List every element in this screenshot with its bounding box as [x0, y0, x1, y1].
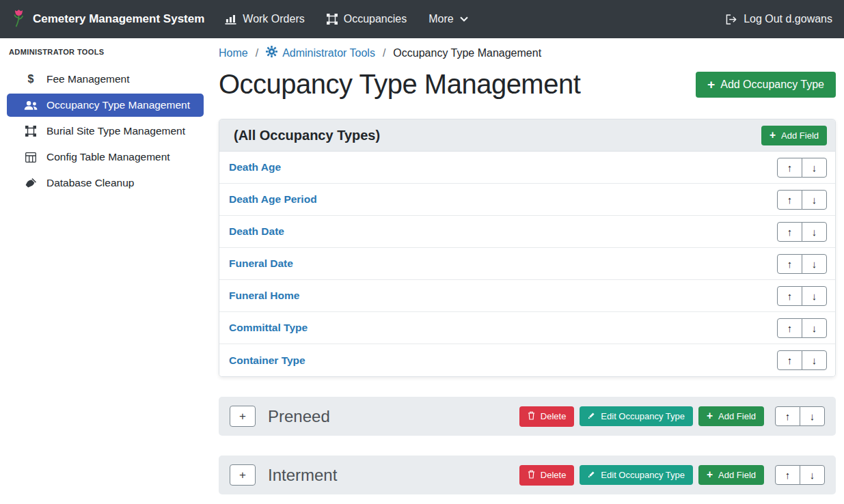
- occupancy-type-title: Preneed: [268, 407, 330, 426]
- sidebar-item-database-cleanup[interactable]: Database Cleanup: [7, 171, 204, 195]
- field-link[interactable]: Funeral Home: [229, 290, 299, 302]
- field-link[interactable]: Death Date: [229, 225, 284, 238]
- move-down-button[interactable]: ↓: [802, 158, 827, 178]
- users-icon: [24, 100, 38, 111]
- move-down-button[interactable]: ↓: [800, 406, 825, 426]
- gear-icon: [266, 46, 277, 60]
- title-row: Occupancy Type Management + Add Occupanc…: [219, 69, 836, 100]
- pencil-icon: [588, 411, 595, 421]
- all-occupancy-types-header: (All Occupancy Types) + Add Field: [219, 120, 835, 152]
- field-row: Death Date ↑ ↓: [219, 216, 835, 248]
- edit-occupancy-type-button[interactable]: Edit Occupancy Type: [580, 465, 693, 485]
- dollar-icon: $: [24, 73, 38, 85]
- work-orders-icon: [225, 14, 236, 25]
- move-down-button[interactable]: ↓: [802, 190, 827, 210]
- move-up-button[interactable]: ↑: [777, 190, 802, 210]
- app-title: Cemetery Management System: [33, 12, 204, 26]
- chevron-down-icon: [460, 16, 468, 22]
- pencil-icon: [588, 470, 595, 480]
- app-brand[interactable]: Cemetery Management System: [12, 9, 204, 30]
- sidebar-item-label: Fee Management: [46, 73, 130, 85]
- sidebar-item-label: Occupancy Type Management: [46, 99, 190, 111]
- edit-occupancy-type-button[interactable]: Edit Occupancy Type: [580, 406, 693, 426]
- move-up-button[interactable]: ↑: [777, 254, 802, 274]
- sidebar: Administrator Tools $ Fee Management Occ…: [0, 38, 210, 504]
- move-down-button[interactable]: ↓: [802, 222, 827, 242]
- table-icon: [24, 152, 38, 163]
- broom-icon: [24, 178, 38, 188]
- plus-icon: +: [707, 470, 713, 479]
- breadcrumb-separator: /: [383, 47, 385, 59]
- delete-button[interactable]: Delete: [519, 406, 575, 427]
- move-up-button[interactable]: ↑: [777, 222, 802, 242]
- frame-icon: [24, 126, 38, 137]
- move-up-button[interactable]: ↑: [777, 318, 802, 338]
- reorder-controls: ↑ ↓: [775, 406, 825, 426]
- occupancy-type-section-preneed: + Preneed Delete Edit Occupancy Type: [219, 397, 836, 436]
- move-down-button[interactable]: ↓: [802, 350, 827, 370]
- sidebar-item-burial-site-type-management[interactable]: Burial Site Type Management: [7, 120, 204, 143]
- nav-work-orders[interactable]: Work Orders: [225, 13, 304, 25]
- field-link[interactable]: Committal Type: [229, 322, 308, 334]
- add-field-button[interactable]: + Add Field: [698, 406, 764, 426]
- field-row: Funeral Date ↑ ↓: [219, 248, 835, 280]
- field-row: Funeral Home ↑ ↓: [219, 280, 835, 312]
- delete-label: Delete: [541, 470, 567, 480]
- plus-icon: +: [770, 130, 776, 140]
- field-link[interactable]: Death Age Period: [229, 193, 317, 206]
- sidebar-item-fee-management[interactable]: $ Fee Management: [7, 68, 204, 91]
- field-row: Container Type ↑ ↓: [219, 344, 835, 376]
- logout-label: Log Out d.gowans: [744, 13, 832, 25]
- trash-icon: [528, 411, 535, 422]
- sidebar-item-occupancy-type-management[interactable]: Occupancy Type Management: [7, 94, 204, 117]
- sidebar-item-label: Config Table Management: [46, 151, 170, 163]
- reorder-controls: ↑ ↓: [777, 286, 827, 306]
- breadcrumb: Home / Administrator Tools / Occupancy T…: [219, 38, 836, 60]
- field-link[interactable]: Container Type: [229, 354, 305, 367]
- edit-occupancy-type-label: Edit Occupancy Type: [601, 470, 685, 480]
- field-row: Death Age Period ↑ ↓: [219, 184, 835, 216]
- nav-occupancies-label: Occupancies: [344, 13, 407, 25]
- breadcrumb-separator: /: [256, 47, 258, 59]
- move-up-button[interactable]: ↑: [777, 158, 802, 178]
- section-actions: Delete Edit Occupancy Type + Add Field ↑…: [519, 465, 825, 486]
- add-occupancy-type-button[interactable]: + Add Occupancy Type: [696, 72, 836, 98]
- move-down-button[interactable]: ↓: [800, 465, 825, 485]
- add-field-label: Add Field: [781, 130, 819, 141]
- move-down-button[interactable]: ↓: [802, 254, 827, 274]
- add-field-button[interactable]: + Add Field: [698, 465, 764, 485]
- edit-occupancy-type-label: Edit Occupancy Type: [601, 411, 685, 421]
- delete-button[interactable]: Delete: [519, 465, 575, 486]
- reorder-controls: ↑ ↓: [777, 350, 827, 370]
- nav-occupancies[interactable]: Occupancies: [327, 13, 407, 25]
- move-up-button[interactable]: ↑: [777, 350, 802, 370]
- field-link[interactable]: Death Age: [229, 161, 281, 173]
- nav-work-orders-label: Work Orders: [243, 13, 304, 25]
- nav-more[interactable]: More: [428, 13, 467, 25]
- plus-icon: +: [707, 411, 713, 421]
- page-title: Occupancy Type Management: [219, 69, 580, 100]
- sidebar-item-config-table-management[interactable]: Config Table Management: [7, 145, 204, 169]
- logout-link[interactable]: Log Out d.gowans: [725, 13, 832, 25]
- move-up-button[interactable]: ↑: [775, 465, 800, 485]
- expand-button[interactable]: +: [230, 464, 256, 486]
- occupancy-type-section-interment: + Interment Delete Edit Occupancy Type: [219, 456, 836, 494]
- logout-icon: [725, 14, 737, 25]
- move-up-button[interactable]: ↑: [775, 406, 800, 426]
- breadcrumb-admin-tools[interactable]: Administrator Tools: [266, 46, 375, 60]
- move-down-button[interactable]: ↓: [802, 286, 827, 306]
- move-down-button[interactable]: ↓: [802, 318, 827, 338]
- breadcrumb-admin-tools-label: Administrator Tools: [282, 47, 375, 59]
- occupancies-icon: [327, 14, 338, 25]
- reorder-controls: ↑ ↓: [777, 222, 827, 242]
- field-link[interactable]: Funeral Date: [229, 257, 293, 270]
- all-occupancy-types-card: (All Occupancy Types) + Add Field Death …: [219, 119, 836, 377]
- field-row: Committal Type ↑ ↓: [219, 312, 835, 344]
- top-navbar: Cemetery Management System Work Orders: [0, 0, 844, 38]
- move-up-button[interactable]: ↑: [777, 286, 802, 306]
- add-field-button[interactable]: + Add Field: [761, 126, 827, 145]
- sidebar-item-label: Database Cleanup: [46, 177, 134, 189]
- breadcrumb-home[interactable]: Home: [219, 47, 248, 59]
- section-actions: Delete Edit Occupancy Type + Add Field ↑…: [519, 406, 825, 427]
- expand-button[interactable]: +: [230, 406, 256, 427]
